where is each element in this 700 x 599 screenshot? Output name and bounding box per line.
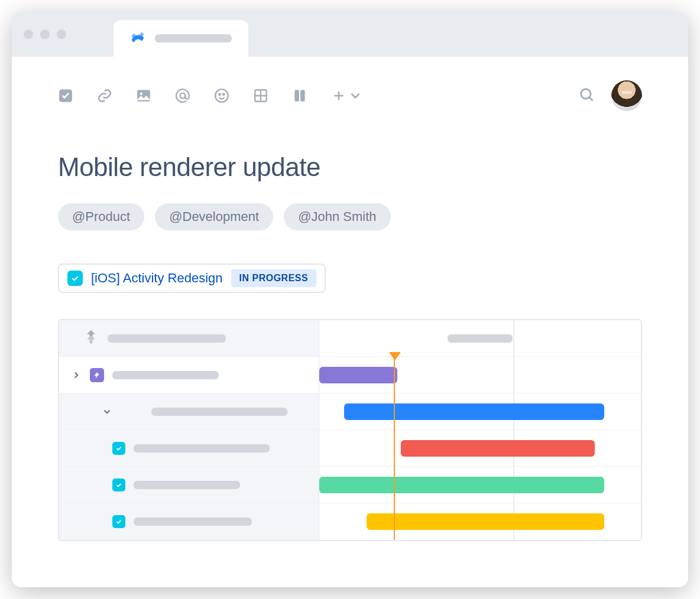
mention-icon[interactable]: [175, 88, 190, 103]
today-marker-icon: [389, 352, 401, 360]
browser-tab[interactable]: [114, 20, 248, 57]
checkbox-icon[interactable]: [58, 88, 73, 103]
gantt-group-row[interactable]: [59, 393, 641, 430]
emoji-icon[interactable]: [214, 88, 229, 103]
gantt-task-row[interactable]: [59, 503, 641, 540]
editor-toolbar: [58, 80, 642, 111]
mention-chip-development[interactable]: @Development: [155, 203, 273, 230]
task-check-icon: [112, 515, 125, 528]
gantt-bar-task[interactable]: [367, 513, 604, 530]
gantt-bar-task[interactable]: [319, 477, 604, 493]
user-avatar[interactable]: [611, 80, 642, 111]
window-close[interactable]: [24, 30, 33, 39]
table-icon[interactable]: [253, 88, 268, 103]
gantt-header-row: [59, 320, 641, 357]
columns-icon[interactable]: [292, 88, 307, 103]
app-window: Mobile renderer update @Product @Develop…: [12, 12, 688, 587]
mention-chip-product[interactable]: @Product: [58, 203, 144, 230]
gantt-epic-row[interactable]: [59, 357, 641, 393]
tab-title-placeholder: [155, 34, 232, 43]
page-title: Mobile renderer update: [58, 152, 642, 182]
roadmap-gantt: [58, 319, 642, 541]
chevron-down-icon[interactable]: [102, 406, 112, 417]
mention-chip-john-smith[interactable]: @John Smith: [284, 203, 390, 230]
gantt-header-placeholder: [108, 334, 226, 343]
svg-point-14: [581, 89, 591, 99]
svg-rect-10: [294, 90, 299, 102]
mention-chips: @Product @Development @John Smith: [58, 203, 642, 230]
task-type-icon: [67, 271, 83, 286]
jira-icon: [83, 329, 99, 348]
task-check-icon: [112, 442, 125, 455]
svg-rect-11: [300, 90, 305, 102]
search-icon[interactable]: [578, 86, 595, 105]
gantt-bar-epic[interactable]: [319, 367, 397, 383]
gantt-task-row[interactable]: [59, 467, 641, 503]
svg-line-15: [589, 97, 593, 101]
gantt-bar-story[interactable]: [344, 403, 604, 420]
today-line: [394, 357, 395, 540]
task-label-placeholder: [134, 517, 252, 526]
page-content: Mobile renderer update @Product @Develop…: [12, 57, 688, 541]
chevron-right-icon[interactable]: [71, 370, 82, 380]
epic-icon: [90, 368, 104, 382]
add-icon[interactable]: [331, 88, 363, 103]
task-label-placeholder: [134, 481, 240, 489]
ticket-title: [iOS] Activity Redesign: [91, 271, 223, 286]
task-check-icon: [112, 478, 125, 491]
svg-point-4: [215, 89, 228, 102]
epic-label-placeholder: [112, 371, 219, 379]
confluence-icon: [130, 30, 145, 47]
gantt-task-row[interactable]: [59, 430, 641, 467]
window-minimize[interactable]: [40, 30, 50, 39]
image-icon[interactable]: [136, 88, 151, 103]
jira-ticket-card[interactable]: [iOS] Activity Redesign IN PROGRESS: [58, 263, 326, 293]
gantt-bar-task[interactable]: [401, 440, 595, 457]
svg-point-3: [180, 93, 186, 99]
ticket-status-badge: IN PROGRESS: [231, 269, 317, 287]
svg-point-6: [223, 94, 225, 96]
svg-point-2: [140, 93, 142, 95]
group-label-placeholder: [151, 408, 287, 416]
link-icon[interactable]: [97, 88, 112, 103]
svg-point-5: [219, 94, 221, 96]
titlebar: [12, 12, 688, 57]
task-label-placeholder: [134, 444, 270, 452]
window-maximize[interactable]: [57, 30, 66, 39]
gantt-date-placeholder: [448, 334, 513, 343]
window-controls: [24, 30, 66, 39]
